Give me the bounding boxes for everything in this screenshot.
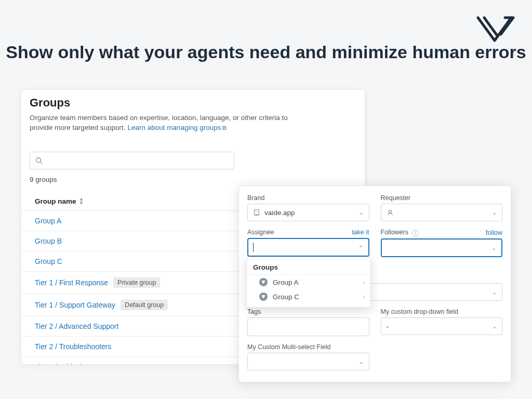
group-link[interactable]: Group A <box>35 217 61 225</box>
page-headline: Show only what your agents need and mini… <box>0 41 532 63</box>
assignee-label: Assignee <box>247 229 274 236</box>
custom-dropdown-select[interactable]: - ⌄ <box>381 317 503 335</box>
requester-label: Requester <box>381 194 503 202</box>
info-icon: i <box>412 230 419 236</box>
people-icon <box>259 278 268 286</box>
follow-link[interactable]: follow <box>486 229 502 236</box>
svg-point-0 <box>36 158 41 163</box>
chevron-down-icon: ⌄ <box>359 358 364 365</box>
brand-logo <box>475 11 516 45</box>
chevron-down-icon: ⌄ <box>492 289 497 296</box>
assignee-select[interactable]: ⌄ <box>247 238 369 257</box>
groups-title: Groups <box>30 96 356 110</box>
groups-description: Organize team members based on expertise… <box>30 113 305 133</box>
chevron-right-icon: › <box>363 279 365 285</box>
followers-label: Followers <box>381 229 409 236</box>
building-icon <box>253 209 260 216</box>
user-icon <box>387 209 394 216</box>
assignee-input[interactable] <box>253 243 364 252</box>
group-badge: Default group <box>121 300 168 310</box>
external-link-icon: ⧉ <box>222 125 227 131</box>
learn-link[interactable]: Learn about managing groups⧉ <box>127 124 226 131</box>
tags-label: Tags <box>247 308 369 315</box>
people-icon <box>259 292 268 301</box>
groups-count: 9 groups <box>30 176 356 183</box>
chevron-down-icon: ⌄ <box>491 245 496 251</box>
group-link[interactable]: Group B <box>35 237 62 245</box>
requester-select[interactable]: ⌄ <box>381 204 503 221</box>
chevron-down-icon: ⌄ <box>492 323 497 330</box>
ticket-fields-card: Brand vaide.app ⌄ Requester ⌄ Assignee <box>238 185 511 382</box>
group-link[interactable]: Tier 1 / First Response <box>35 278 108 287</box>
chevron-down-icon: ⌄ <box>492 209 497 216</box>
group-link[interactable]: Tier 1 / Support Gateway <box>35 301 115 309</box>
group-badge: Private group <box>113 277 160 288</box>
chevron-down-icon: ⌄ <box>359 209 364 216</box>
assignee-dropdown: Groups Group A › Group C › <box>246 257 371 308</box>
dropdown-item-group-c[interactable]: Group C › <box>247 289 370 304</box>
search-icon <box>35 157 43 164</box>
brand-select[interactable]: vaide.app ⌄ <box>247 204 369 221</box>
groups-search-input[interactable] <box>30 152 234 169</box>
tags-input[interactable] <box>247 317 369 336</box>
svg-rect-2 <box>255 210 259 216</box>
dropdown-item-group-a[interactable]: Group A › <box>247 275 370 289</box>
sort-icon: ▲▼ <box>79 197 84 205</box>
group-link[interactable]: Tier 2 / Advanced Support <box>35 322 118 330</box>
brand-label: Brand <box>247 194 369 202</box>
svg-line-1 <box>41 162 43 164</box>
custom-multiselect-label: My Custom Multi-select Field <box>247 343 369 351</box>
groups-search-field[interactable] <box>47 156 229 165</box>
custom-dropdown-label: My custom drop-down field <box>381 308 503 315</box>
followers-select[interactable]: ⌄ <box>381 238 503 257</box>
chevron-right-icon: › <box>363 294 365 300</box>
chevron-up-icon: ⌄ <box>358 244 363 251</box>
custom-multiselect[interactable]: ⌄ <box>247 353 369 370</box>
svg-point-9 <box>389 210 391 213</box>
dropdown-heading: Groups <box>247 260 370 274</box>
group-link[interactable]: Tier 2 / Troubleshooters <box>35 342 111 351</box>
group-link[interactable]: Tier 3 / Critical Support <box>35 363 109 365</box>
take-it-link[interactable]: take it <box>352 229 369 236</box>
group-link[interactable]: Group C <box>35 257 62 265</box>
